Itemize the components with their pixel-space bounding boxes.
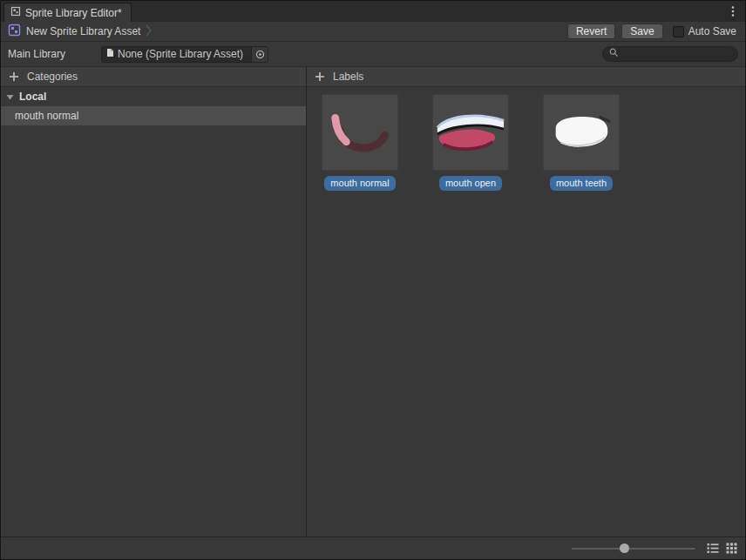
categories-header: Categories bbox=[1, 67, 306, 87]
labels-header: Labels bbox=[307, 67, 745, 87]
label-item-mouth-teeth[interactable]: mouth teeth bbox=[543, 94, 620, 191]
local-foldout[interactable]: Local bbox=[1, 87, 306, 106]
sprite-editor-icon bbox=[10, 6, 21, 19]
label-item-mouth-open[interactable]: mouth open bbox=[432, 94, 509, 191]
object-picker-icon[interactable] bbox=[251, 47, 268, 62]
main-library-label: Main Library bbox=[8, 48, 101, 60]
zoom-slider-track[interactable] bbox=[572, 548, 695, 550]
search-field[interactable] bbox=[602, 46, 738, 62]
revert-button[interactable]: Revert bbox=[567, 24, 615, 39]
categories-title: Categories bbox=[27, 71, 78, 83]
zoom-slider-handle[interactable] bbox=[620, 543, 629, 553]
asset-file-icon bbox=[106, 48, 114, 60]
categories-panel: Categories Local mouth normal bbox=[1, 67, 307, 536]
label-chip[interactable]: mouth open bbox=[439, 176, 502, 191]
view-mode-icons bbox=[707, 543, 737, 554]
thumbnail-zoom-slider[interactable] bbox=[572, 542, 695, 555]
search-icon bbox=[609, 48, 619, 60]
foldout-triangle-icon bbox=[6, 91, 14, 103]
tab-title: Sprite Library Editor* bbox=[25, 7, 122, 19]
labels-grid: mouth normal mouth open bbox=[307, 87, 745, 536]
tab-sprite-library-editor[interactable]: Sprite Library Editor* bbox=[3, 3, 132, 22]
search-input[interactable] bbox=[622, 48, 731, 60]
local-group-label: Local bbox=[19, 91, 46, 103]
sprite-library-editor-window: Sprite Library Editor* New Sprite Librar… bbox=[0, 0, 746, 560]
label-chip[interactable]: mouth normal bbox=[324, 176, 395, 191]
breadcrumb[interactable]: New Sprite Library Asset bbox=[8, 24, 152, 39]
editor-body: Categories Local mouth normal bbox=[1, 67, 745, 536]
save-button[interactable]: Save bbox=[621, 24, 662, 39]
sprite-library-asset-icon bbox=[8, 24, 21, 39]
main-library-row: Main Library None (Sprite Library Asset) bbox=[1, 42, 745, 67]
add-label-icon[interactable] bbox=[315, 71, 325, 82]
footer-bar bbox=[1, 536, 745, 559]
breadcrumb-label: New Sprite Library Asset bbox=[26, 25, 140, 37]
auto-save-checkbox[interactable] bbox=[673, 26, 684, 37]
label-item-mouth-normal[interactable]: mouth normal bbox=[322, 94, 398, 191]
object-field-value: None (Sprite Library Asset) bbox=[118, 48, 243, 60]
label-chip[interactable]: mouth teeth bbox=[550, 176, 613, 191]
sprite-thumbnail-mouth-normal[interactable] bbox=[322, 94, 398, 171]
window-menu-icon[interactable] bbox=[727, 4, 739, 18]
sprite-thumbnail-mouth-open[interactable] bbox=[432, 94, 509, 171]
category-item-label: mouth normal bbox=[15, 110, 78, 122]
editor-toolbar: New Sprite Library Asset Revert Save Aut… bbox=[1, 22, 745, 42]
add-category-icon[interactable] bbox=[9, 71, 19, 82]
list-view-icon[interactable] bbox=[707, 543, 719, 554]
labels-title: Labels bbox=[333, 71, 363, 83]
labels-panel: Labels mouth normal bbox=[307, 67, 745, 536]
category-item-mouth-normal[interactable]: mouth normal bbox=[1, 106, 306, 125]
main-library-object-field[interactable]: None (Sprite Library Asset) bbox=[101, 46, 268, 63]
auto-save-label: Auto Save bbox=[688, 25, 736, 37]
breadcrumb-chevron-icon bbox=[146, 24, 152, 39]
sprite-thumbnail-mouth-teeth[interactable] bbox=[543, 94, 620, 171]
tab-bar: Sprite Library Editor* bbox=[1, 1, 745, 22]
grid-view-icon[interactable] bbox=[726, 543, 737, 554]
